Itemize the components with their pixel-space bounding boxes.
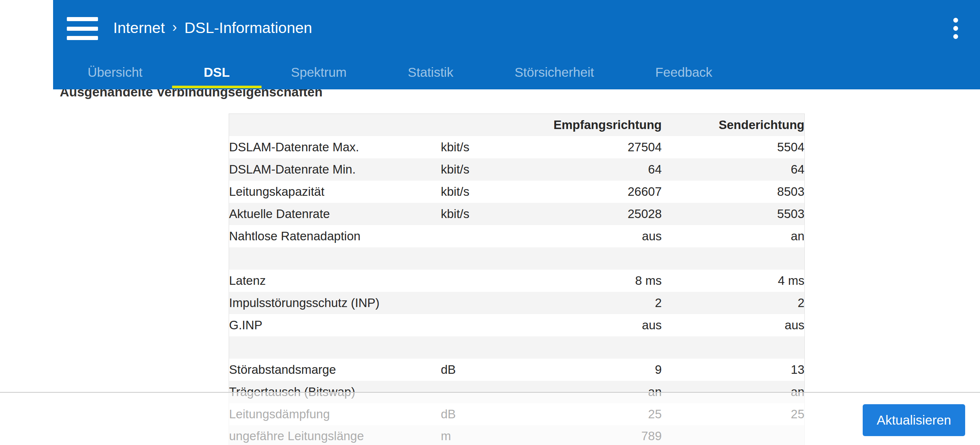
row-tx-value: 5504 bbox=[662, 136, 805, 158]
row-tx-value: 13 bbox=[662, 359, 805, 381]
row-rx-value: 26607 bbox=[504, 181, 662, 203]
row-unit bbox=[441, 225, 504, 247]
row-label: Latenz bbox=[229, 269, 441, 292]
row-rx-value: 25028 bbox=[504, 203, 662, 225]
table-row: Latenz 8 ms 4 ms bbox=[229, 269, 805, 292]
row-rx-value: 9 bbox=[504, 359, 662, 381]
tab-dsl[interactable]: DSL bbox=[204, 55, 230, 89]
row-rx-value: 8 ms bbox=[504, 269, 662, 292]
table-row: Leitungskapazität kbit/s 26607 8503 bbox=[229, 181, 805, 203]
row-rx-value bbox=[504, 247, 662, 269]
row-tx-value: aus bbox=[662, 314, 805, 336]
tab-uebersicht[interactable]: Übersicht bbox=[88, 55, 143, 89]
row-tx-value: 64 bbox=[662, 158, 805, 181]
breadcrumb-page-title: DSL-Informationen bbox=[185, 19, 312, 37]
row-tx-value: 2 bbox=[662, 292, 805, 314]
table-row: Nahtlose Ratenadaption aus an bbox=[229, 225, 805, 247]
row-rx-value: 2 bbox=[504, 292, 662, 314]
tab-statistik[interactable]: Statistik bbox=[408, 55, 453, 89]
tab-feedback[interactable]: Feedback bbox=[655, 55, 712, 89]
screen: Ausgehandelte Verbindungseigenschaften E… bbox=[0, 0, 980, 445]
row-rx-value: 64 bbox=[504, 158, 662, 181]
column-header-label bbox=[229, 114, 441, 136]
table-row: Impulsstörungsschutz (INP) 2 2 bbox=[229, 292, 805, 314]
spacer-row bbox=[229, 336, 805, 359]
breadcrumb-section[interactable]: Internet bbox=[113, 19, 165, 37]
row-rx-value: aus bbox=[504, 225, 662, 247]
row-unit bbox=[441, 292, 504, 314]
column-header-empfangsrichtung: Empfangsrichtung bbox=[504, 114, 662, 136]
row-rx-value: 27504 bbox=[504, 136, 662, 158]
row-tx-value: 8503 bbox=[662, 181, 805, 203]
row-unit bbox=[441, 247, 504, 269]
hamburger-icon[interactable] bbox=[67, 17, 98, 40]
row-rx-value: aus bbox=[504, 314, 662, 336]
row-label: Aktuelle Datenrate bbox=[229, 203, 441, 225]
table-row: G.INP aus aus bbox=[229, 314, 805, 336]
row-label: Leitungskapazität bbox=[229, 181, 441, 203]
row-label bbox=[229, 336, 441, 359]
tab-spektrum[interactable]: Spektrum bbox=[291, 55, 347, 89]
tab-stoersicherheit[interactable]: Störsicherheit bbox=[514, 55, 594, 89]
column-header-senderichtung: Senderichtung bbox=[662, 114, 805, 136]
row-label bbox=[229, 247, 441, 269]
row-unit: kbit/s bbox=[441, 136, 504, 158]
row-unit bbox=[441, 314, 504, 336]
page: Ausgehandelte Verbindungseigenschaften E… bbox=[53, 0, 980, 445]
row-label: Nahtlose Ratenadaption bbox=[229, 225, 441, 247]
row-unit: dB bbox=[441, 359, 504, 381]
spacer-row bbox=[229, 247, 805, 269]
refresh-button[interactable]: Aktualisieren bbox=[863, 404, 965, 436]
row-label: DSLAM-Datenrate Max. bbox=[229, 136, 441, 158]
row-unit: kbit/s bbox=[441, 203, 504, 225]
row-rx-value bbox=[504, 336, 662, 359]
table-row: DSLAM-Datenrate Min. kbit/s 64 64 bbox=[229, 158, 805, 181]
row-unit: kbit/s bbox=[441, 181, 504, 203]
row-tx-value: 4 ms bbox=[662, 269, 805, 292]
row-unit bbox=[441, 336, 504, 359]
row-label: DSLAM-Datenrate Min. bbox=[229, 158, 441, 181]
row-tx-value: an bbox=[662, 225, 805, 247]
chevron-right-icon: › bbox=[172, 19, 177, 35]
row-tx-value bbox=[662, 247, 805, 269]
app-header: Internet › DSL-Informationen Übersicht D… bbox=[53, 0, 980, 89]
table-row: Störabstandsmarge dB 9 13 bbox=[229, 359, 805, 381]
breadcrumb: Internet › DSL-Informationen bbox=[113, 0, 312, 55]
row-label: G.INP bbox=[229, 314, 441, 336]
row-unit: kbit/s bbox=[441, 158, 504, 181]
table-row: DSLAM-Datenrate Max. kbit/s 27504 5504 bbox=[229, 136, 805, 158]
row-tx-value bbox=[662, 336, 805, 359]
footer-bar: Aktualisieren bbox=[0, 392, 980, 445]
table-row: Aktuelle Datenrate kbit/s 25028 5503 bbox=[229, 203, 805, 225]
row-label: Impulsstörungsschutz (INP) bbox=[229, 292, 441, 314]
tab-bar: Übersicht DSL Spektrum Statistik Störsic… bbox=[88, 55, 712, 89]
column-header-unit bbox=[441, 114, 504, 136]
row-tx-value: 5503 bbox=[662, 203, 805, 225]
row-unit bbox=[441, 269, 504, 292]
row-label: Störabstandsmarge bbox=[229, 359, 441, 381]
kebab-menu-icon[interactable] bbox=[948, 18, 963, 44]
table-header-row: Empfangsrichtung Senderichtung bbox=[229, 114, 805, 136]
